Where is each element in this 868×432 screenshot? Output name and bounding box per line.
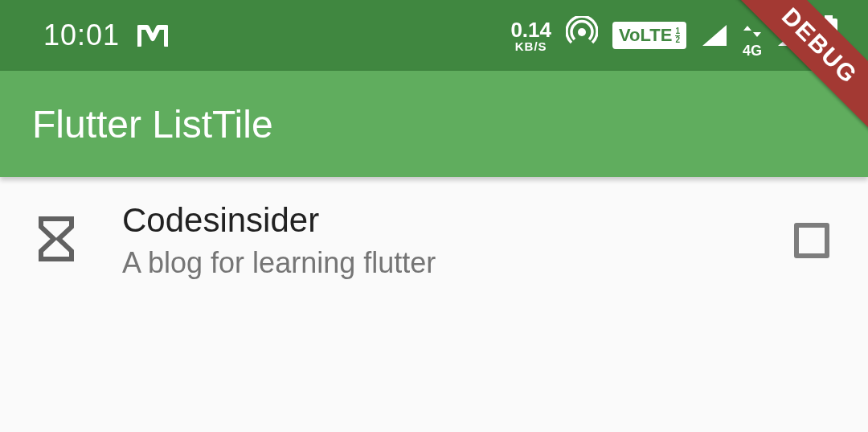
tile-text: Codesinsider A blog for learning flutter <box>122 201 788 280</box>
signal-icon-1 <box>701 23 728 47</box>
status-left: 10:01 <box>43 19 168 52</box>
content-area: Codesinsider A blog for learning flutter <box>0 177 868 304</box>
m-logo-icon <box>137 24 168 47</box>
tile-leading <box>32 216 80 265</box>
volte-badge: VoLTE 12 <box>612 22 686 49</box>
tile-subtitle: A blog for learning flutter <box>122 246 788 280</box>
speed-unit: KB/S <box>515 40 547 52</box>
network-speed: 0.14 KB/S <box>510 19 551 52</box>
app-bar-title: Flutter ListTile <box>32 102 273 146</box>
status-bar: 10:01 0.14 KB/S VoLTE 12 <box>0 0 868 71</box>
net-label: 4G <box>743 43 762 58</box>
clock: 10:01 <box>43 19 120 52</box>
tile-title: Codesinsider <box>122 201 788 240</box>
speed-value: 0.14 <box>510 19 551 40</box>
hourglass-empty-icon <box>38 216 75 265</box>
tile-trailing <box>788 223 836 258</box>
network-4g: 4G <box>743 13 762 58</box>
svg-point-0 <box>578 28 586 36</box>
svg-rect-1 <box>825 15 833 19</box>
volte-fraction: 12 <box>675 27 680 44</box>
volte-text: VoLTE <box>619 25 672 46</box>
app-bar: Flutter ListTile <box>0 71 868 177</box>
hotspot-icon <box>566 16 598 56</box>
list-tile[interactable]: Codesinsider A blog for learning flutter <box>0 177 868 304</box>
checkbox[interactable] <box>794 223 829 258</box>
